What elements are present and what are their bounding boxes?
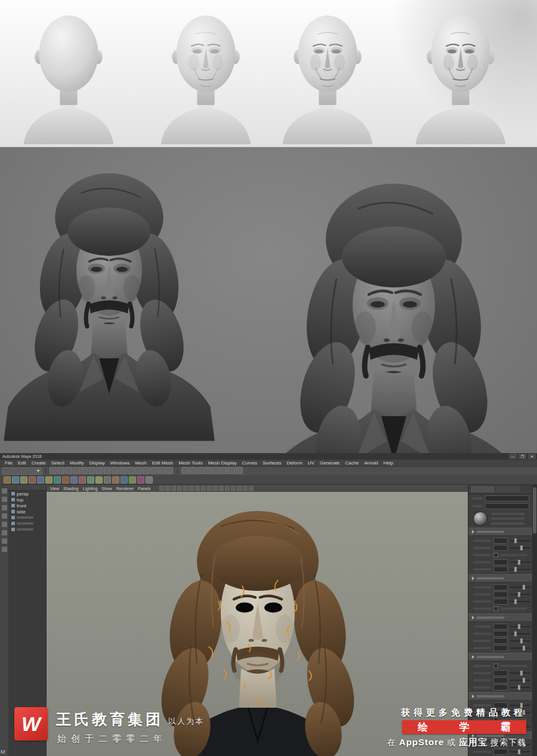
panel-toolbar-icon[interactable]	[219, 486, 224, 491]
material-preview-sphere[interactable]	[473, 512, 487, 526]
snap-icon[interactable]	[228, 467, 235, 474]
menu-item[interactable]: Edit	[18, 460, 26, 466]
panel-toolbar-icon[interactable]	[195, 486, 200, 491]
attribute-section-header[interactable]	[468, 528, 533, 536]
slider[interactable]	[510, 547, 530, 549]
value-field[interactable]	[493, 624, 508, 630]
value-field[interactable]	[493, 677, 508, 683]
value-field[interactable]	[493, 638, 508, 644]
outliner-node[interactable]	[8, 520, 46, 526]
snap-icon[interactable]	[189, 467, 196, 474]
value-field[interactable]	[493, 670, 508, 676]
menu-item[interactable]: Edit Mesh	[152, 460, 174, 466]
panel-menu-item[interactable]: Panels	[138, 487, 150, 491]
slider[interactable]	[510, 594, 530, 595]
preset-field[interactable]	[485, 503, 529, 509]
shelf-icon[interactable]	[45, 476, 53, 484]
lasso-tool-icon[interactable]	[2, 497, 7, 502]
menu-item[interactable]: File	[5, 460, 13, 466]
status-icon[interactable]	[158, 467, 165, 474]
menu-item[interactable]: Display	[90, 460, 105, 466]
slider-handle[interactable]	[518, 685, 520, 690]
panel-toolbar-icon[interactable]	[177, 486, 182, 491]
outliner-item-side[interactable]: side	[8, 509, 46, 515]
slider-handle[interactable]	[523, 646, 525, 650]
snap-icon[interactable]	[197, 467, 204, 474]
slider-handle[interactable]	[514, 599, 517, 604]
slider[interactable]	[510, 569, 530, 570]
slider[interactable]	[510, 673, 530, 674]
value-field[interactable]	[493, 566, 508, 572]
slider[interactable]	[510, 626, 530, 627]
snap-icon[interactable]	[205, 467, 212, 474]
panel-toolbar-icon[interactable]	[159, 486, 164, 491]
panel-toolbar-icon[interactable]	[189, 486, 194, 491]
panel-menu-item[interactable]: Show	[101, 487, 112, 491]
window-title-bar[interactable]: Autodesk Maya 2018 — ❐ ✕	[0, 453, 537, 460]
value-field[interactable]	[493, 684, 508, 690]
snap-icon[interactable]	[181, 467, 189, 474]
shelf-icon[interactable]	[121, 476, 128, 484]
shelf-icon[interactable]	[29, 476, 36, 484]
close-button[interactable]: ✕	[528, 454, 536, 459]
rotate-tool-icon[interactable]	[2, 522, 7, 527]
status-icon[interactable]	[166, 467, 173, 474]
menu-item[interactable]: Select	[51, 460, 64, 466]
attribute-section-header[interactable]	[468, 574, 533, 583]
shelf-icon[interactable]	[112, 476, 119, 484]
menu-item[interactable]: Help	[384, 460, 393, 466]
slider[interactable]	[510, 587, 530, 588]
value-field[interactable]	[493, 645, 508, 651]
snap-icon[interactable]	[236, 467, 243, 474]
shelf-icon[interactable]	[4, 476, 11, 484]
menu-item[interactable]: Arnold	[364, 460, 378, 466]
panel-toolbar-icon[interactable]	[165, 486, 170, 491]
slider-handle[interactable]	[523, 585, 525, 590]
status-icon[interactable]	[135, 467, 142, 474]
outliner-item-front[interactable]: front	[8, 503, 46, 509]
slider[interactable]	[510, 633, 530, 634]
paint-select-tool-icon[interactable]	[2, 505, 7, 510]
maximize-button[interactable]: ❐	[519, 454, 526, 459]
panel-toolbar-icon[interactable]	[237, 486, 242, 491]
outliner-item-persp[interactable]: persp	[8, 491, 46, 497]
panel-toolbar-icon[interactable]	[243, 486, 248, 491]
attribute-tab[interactable]	[496, 486, 520, 492]
slider[interactable]	[510, 562, 530, 563]
minimize-button[interactable]: —	[509, 454, 517, 459]
menu-item[interactable]: Windows	[110, 460, 129, 466]
shelf-icon[interactable]	[62, 476, 69, 484]
shelf-icon[interactable]	[146, 476, 153, 484]
status-icon[interactable]	[73, 467, 80, 474]
menu-item[interactable]: Curves	[242, 460, 257, 466]
outliner-node[interactable]	[8, 526, 46, 532]
status-icon[interactable]	[127, 467, 134, 474]
value-field[interactable]	[493, 584, 508, 590]
slider-handle[interactable]	[514, 631, 517, 636]
attribute-editor-scrollbar[interactable]	[532, 485, 537, 756]
status-icon[interactable]	[96, 467, 103, 474]
shelf-icon[interactable]	[54, 476, 61, 484]
status-icon[interactable]	[104, 467, 111, 474]
node-name-field[interactable]	[485, 495, 529, 501]
shelf-icon[interactable]	[70, 476, 78, 484]
slider-handle[interactable]	[514, 538, 517, 543]
panel-toolbar-icon[interactable]	[225, 486, 230, 491]
slider-handle[interactable]	[518, 560, 520, 565]
panel-toolbar-icon[interactable]	[201, 486, 206, 491]
slider[interactable]	[510, 680, 530, 681]
checkbox[interactable]	[493, 553, 498, 557]
panel-toolbar-icon[interactable]	[171, 486, 176, 491]
menu-set-dropdown[interactable]	[2, 467, 42, 475]
shelf-icon[interactable]	[87, 476, 94, 484]
panel-menu-item[interactable]: Renderer	[116, 487, 134, 491]
value-field[interactable]	[493, 559, 508, 565]
scale-tool-icon[interactable]	[2, 530, 7, 535]
shelf-icon[interactable]	[129, 476, 136, 484]
menu-item[interactable]: Mesh Tools	[178, 460, 202, 466]
layout-four-view-icon[interactable]	[2, 547, 7, 552]
menu-item[interactable]: Generate	[320, 460, 340, 466]
value-field[interactable]	[493, 631, 508, 637]
slider-handle[interactable]	[520, 546, 523, 550]
status-icon[interactable]	[57, 467, 64, 474]
